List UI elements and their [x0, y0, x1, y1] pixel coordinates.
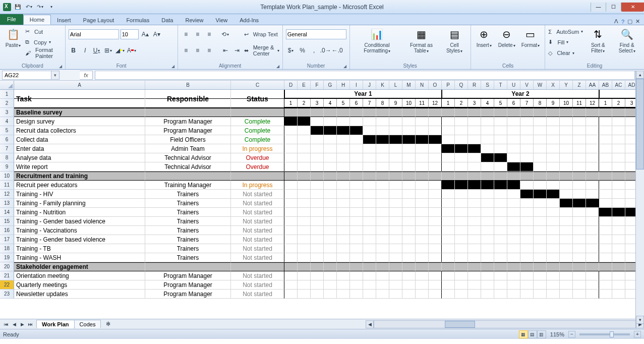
status-cell[interactable]: In progress	[231, 144, 284, 153]
gantt-cell[interactable]	[363, 135, 376, 144]
gantt-cell[interactable]	[481, 153, 494, 162]
gantt-cell[interactable]	[298, 135, 311, 144]
gantt-cell[interactable]	[455, 226, 468, 235]
gantt-cell[interactable]	[363, 181, 376, 190]
section-cell[interactable]	[284, 108, 298, 117]
gantt-cell[interactable]	[507, 199, 520, 208]
gantt-cell[interactable]	[429, 117, 442, 126]
gantt-cell[interactable]	[284, 208, 298, 217]
gantt-cell[interactable]	[534, 271, 547, 280]
column-header[interactable]: G	[324, 81, 337, 89]
gantt-cell[interactable]	[442, 244, 455, 253]
gantt-cell[interactable]	[324, 208, 337, 217]
clipboard-launcher-icon[interactable]: ◢	[59, 64, 62, 69]
gantt-cell[interactable]	[324, 280, 337, 290]
section-cell[interactable]: Stakeholder engagement	[14, 262, 145, 271]
column-header[interactable]: W	[534, 81, 547, 89]
gantt-cell[interactable]	[350, 126, 363, 135]
section-cell[interactable]	[350, 262, 363, 271]
gantt-cell[interactable]	[534, 117, 547, 126]
section-cell[interactable]	[507, 262, 520, 271]
gantt-cell[interactable]	[547, 271, 560, 280]
status-cell[interactable]: Complete	[231, 135, 284, 144]
gantt-cell[interactable]	[416, 271, 429, 280]
section-cell[interactable]	[481, 171, 494, 181]
gantt-cell[interactable]	[350, 271, 363, 280]
responsible-cell[interactable]: Trainers	[145, 253, 231, 262]
gantt-cell[interactable]	[573, 117, 586, 126]
review-tab[interactable]: Review	[179, 16, 209, 25]
gantt-cell[interactable]	[442, 199, 455, 208]
column-header[interactable]: A	[14, 81, 145, 89]
gantt-cell[interactable]	[612, 199, 625, 208]
file-tab[interactable]: File	[0, 14, 23, 25]
prev-sheet-icon[interactable]: ◀	[10, 320, 18, 328]
task-cell[interactable]: Write report	[14, 162, 145, 171]
row-header[interactable]: 20	[0, 262, 14, 271]
gantt-cell[interactable]	[311, 217, 324, 226]
gantt-cell[interactable]	[573, 126, 586, 135]
section-cell[interactable]	[298, 171, 311, 181]
gantt-cell[interactable]	[547, 280, 560, 290]
gantt-cell[interactable]	[494, 253, 507, 262]
row-header[interactable]: 13	[0, 199, 14, 208]
gantt-cell[interactable]	[402, 199, 416, 208]
gantt-cell[interactable]	[389, 253, 402, 262]
status-cell[interactable]: Not started	[231, 217, 284, 226]
gantt-cell[interactable]	[442, 226, 455, 235]
gantt-cell[interactable]	[586, 208, 599, 217]
responsible-cell[interactable]: Program Manager	[145, 126, 231, 135]
gantt-cell[interactable]	[534, 217, 547, 226]
gantt-cell[interactable]	[429, 208, 442, 217]
column-header[interactable]: N	[416, 81, 429, 89]
gantt-cell[interactable]	[520, 217, 534, 226]
row-header[interactable]: 12	[0, 190, 14, 199]
column-header[interactable]: K	[376, 81, 389, 89]
gantt-cell[interactable]	[324, 144, 337, 153]
gantt-cell[interactable]	[468, 126, 481, 135]
gantt-cell[interactable]	[376, 199, 389, 208]
row-header[interactable]: 4	[0, 117, 14, 126]
gantt-cell[interactable]	[337, 153, 350, 162]
gantt-cell[interactable]	[284, 126, 298, 135]
restore-window-icon[interactable]: ▢	[627, 18, 632, 25]
gantt-cell[interactable]	[376, 280, 389, 290]
gantt-cell[interactable]	[389, 181, 402, 190]
data-tab[interactable]: Data	[155, 16, 179, 25]
column-header[interactable]: P	[442, 81, 455, 89]
fill-color-button[interactable]: ◢▾	[115, 45, 125, 55]
gantt-cell[interactable]	[350, 244, 363, 253]
gantt-cell[interactable]	[442, 181, 455, 190]
section-cell[interactable]	[612, 171, 625, 181]
gantt-cell[interactable]	[284, 217, 298, 226]
gantt-cell[interactable]	[442, 280, 455, 290]
gantt-cell[interactable]	[560, 162, 573, 171]
gantt-cell[interactable]	[350, 135, 363, 144]
align-top-icon[interactable]: ≡	[181, 29, 191, 39]
decrease-indent-icon[interactable]: ⇤	[220, 45, 230, 55]
section-cell[interactable]	[298, 262, 311, 271]
section-cell[interactable]	[337, 108, 350, 117]
delete-cells-button[interactable]: ⊖Delete▾	[496, 26, 517, 49]
section-cell[interactable]	[468, 262, 481, 271]
gantt-cell[interactable]	[520, 235, 534, 244]
gantt-cell[interactable]	[534, 162, 547, 171]
gantt-cell[interactable]	[442, 235, 455, 244]
section-cell[interactable]	[547, 108, 560, 117]
gantt-cell[interactable]	[337, 280, 350, 290]
task-cell[interactable]: Newsletter updates	[14, 290, 145, 299]
gantt-cell[interactable]	[402, 253, 416, 262]
gantt-cell[interactable]	[481, 144, 494, 153]
gantt-cell[interactable]	[337, 235, 350, 244]
section-cell[interactable]	[547, 262, 560, 271]
gantt-cell[interactable]	[298, 126, 311, 135]
gantt-cell[interactable]	[534, 235, 547, 244]
format-as-table-button[interactable]: ▦Format as Table▾	[403, 26, 440, 55]
section-cell[interactable]	[363, 262, 376, 271]
gantt-cell[interactable]	[337, 162, 350, 171]
gantt-cell[interactable]	[612, 144, 625, 153]
gantt-cell[interactable]	[520, 280, 534, 290]
section-cell[interactable]	[145, 108, 231, 117]
gantt-cell[interactable]	[494, 190, 507, 199]
gantt-cell[interactable]	[612, 208, 625, 217]
